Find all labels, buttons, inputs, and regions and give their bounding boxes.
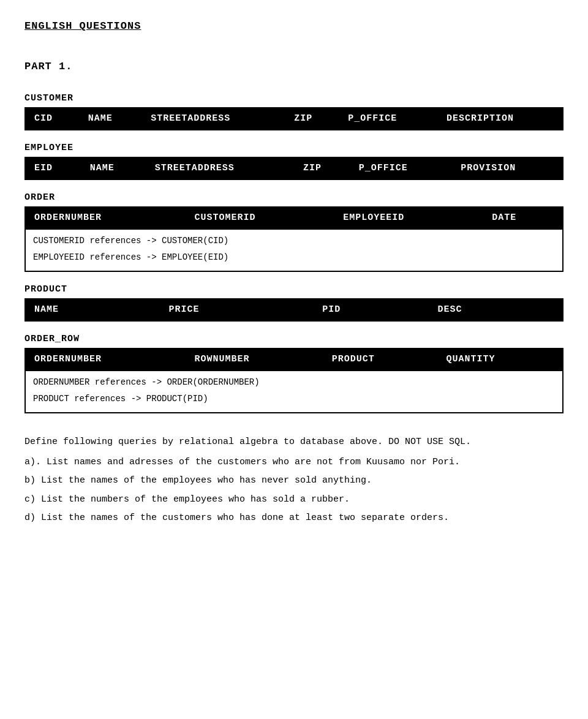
col-header: ZIP [294,157,350,180]
col-header: P_OFFICE [350,157,452,180]
table-section-product: PRODUCTNAMEPRICEPIDDESC [24,280,564,322]
table-section-employee: EMPLOYEEEIDNAMESTREETADDRESSZIPP_OFFICEP… [24,139,564,180]
col-header: QUANTITY [437,348,563,371]
question-item-2: b) List the names of the employees who h… [24,474,564,488]
page-title: ENGLISH QUESTIONS [24,18,564,34]
table-label-customer: CUSTOMER [24,89,564,107]
col-header: PID [313,299,428,322]
ref-line: PRODUCT references -> PRODUCT(PID) [33,391,556,407]
col-header: PRODUCT [323,348,437,371]
col-header: EID [25,157,81,180]
col-header: NAME [81,157,146,180]
col-header: DESCRIPTION [437,108,563,130]
table-section-order: ORDERORDERNUMBERCUSTOMERIDEMPLOYEEIDDATE… [24,189,564,272]
ref-line: CUSTOMERID references -> CUSTOMER(CID) [33,233,556,249]
table-label-product: PRODUCT [24,280,564,298]
col-header: DESC [428,299,563,322]
col-header: PRICE [160,299,314,322]
ref-line: EMPLOYEEID references -> EMPLOYEE(EID) [33,249,556,266]
col-header: CUSTOMERID [186,207,334,230]
col-header: CID [25,108,79,130]
table-section-order_row: ORDER_ROWORDERNUMBERROWNUMBERPRODUCTQUAN… [24,330,564,413]
col-header: NAME [25,299,160,322]
col-header: P_OFFICE [339,108,437,130]
question-item-4: d) List the names of the customers who h… [24,511,564,525]
question-item-1: a). List names and adresses of the custo… [24,456,564,470]
tables-container: CUSTOMERCIDNAMESTREETADDRESSZIPP_OFFICED… [24,89,564,413]
table-label-employee: EMPLOYEE [24,139,564,157]
refs-block-order: CUSTOMERID references -> CUSTOMER(CID)EM… [24,230,564,272]
col-header: ORDERNUMBER [25,348,186,371]
question-section: Define following queries by relational a… [24,435,564,525]
col-header: STREETADDRESS [141,108,285,130]
refs-block-order_row: ORDERNUMBER references -> ORDER(ORDERNUM… [24,371,564,413]
table-label-order: ORDER [24,189,564,206]
schema-table-order: ORDERNUMBERCUSTOMERIDEMPLOYEEIDDATE [24,206,564,230]
table-section-customer: CUSTOMERCIDNAMESTREETADDRESSZIPP_OFFICED… [24,89,564,130]
col-header: ROWNUMBER [186,348,323,371]
questions-container: a). List names and adresses of the custo… [24,456,564,525]
part-label: PART 1. [24,59,564,75]
col-header: ZIP [285,108,339,130]
schema-table-product: NAMEPRICEPIDDESC [24,298,564,322]
schema-table-employee: EIDNAMESTREETADDRESSZIPP_OFFICEPROVISION [24,157,564,181]
col-header: ORDERNUMBER [25,207,186,230]
col-header: DATE [483,207,563,230]
ref-line: ORDERNUMBER references -> ORDER(ORDERNUM… [33,374,556,391]
col-header: EMPLOYEEID [334,207,483,230]
question-item-3: c) List the numbers of the employees who… [24,493,564,507]
col-header: PROVISION [451,157,563,180]
schema-table-customer: CIDNAMESTREETADDRESSZIPP_OFFICEDESCRIPTI… [24,107,564,131]
question-intro: Define following queries by relational a… [24,435,564,450]
col-header: STREETADDRESS [146,157,294,180]
table-label-order_row: ORDER_ROW [24,330,564,348]
col-header: NAME [79,108,141,130]
schema-table-order_row: ORDERNUMBERROWNUMBERPRODUCTQUANTITY [24,348,564,372]
